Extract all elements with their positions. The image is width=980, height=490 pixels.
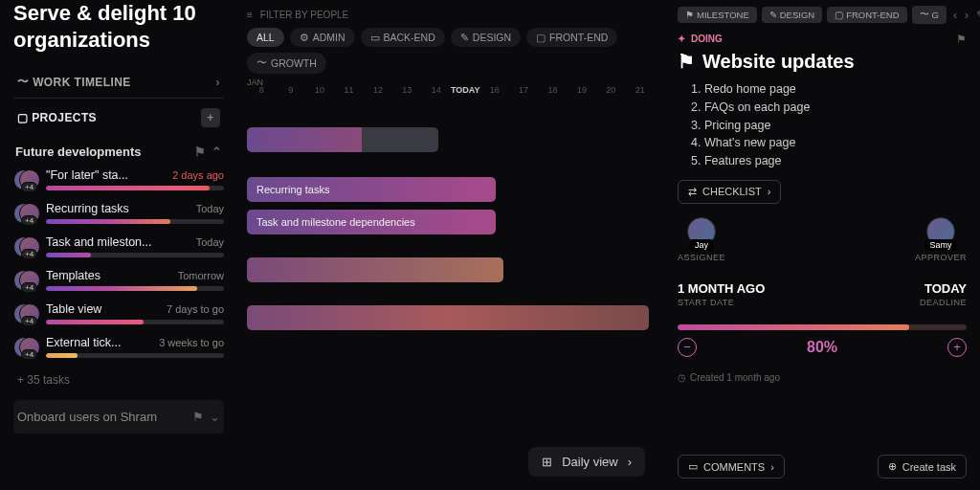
task-name: Templates [46,269,172,282]
list-item: What's new page [691,134,967,152]
detail-tags: ⚑MILESTONE ✎DESIGN ▢FRONT-END 〜G ‹ › ✎ ⋮ [678,6,967,24]
edit-icon[interactable]: ✎ [974,7,980,24]
task-item[interactable]: +4 "For later" sta...2 days ago [13,165,224,198]
pill-backend[interactable]: ▭BACK-END [361,28,445,47]
prev-button[interactable]: ‹ [951,7,959,24]
projects-header: ▢ PROJECTS + [13,99,224,137]
chevron-right-icon: › [216,76,220,89]
filter-icon: ≡ [247,10,253,20]
pill-all[interactable]: ALL [247,28,284,47]
task-item[interactable]: +4 Recurring tasksToday [13,198,224,232]
tag-milestone[interactable]: ⚑MILESTONE [678,7,757,23]
checklist-items: Redo home page FAQs on each page Pricing… [678,80,967,170]
person-role: APPROVER [915,253,967,262]
date-cell: 20 [596,85,625,95]
task-name: External tick... [46,336,153,349]
admin-icon: ⚙ [300,32,309,43]
gantt-bar[interactable]: Recurring tasks [247,177,496,202]
avatar-stack: +4 [13,337,38,358]
task-date: 7 days to go [167,303,224,315]
assignee[interactable]: Jay ASSIGNEE [678,217,725,262]
pill-design[interactable]: ✎DESIGN [451,28,521,47]
date-cell: 18 [538,85,567,95]
date-cell: 8 [247,85,276,95]
view-toggle[interactable]: ⊞ Daily view › [528,447,645,477]
gantt-bar[interactable]: Task and milestone dependencies [247,210,496,234]
projects-label: PROJECTS [32,111,97,124]
add-project-button[interactable]: + [201,108,220,127]
task-item[interactable]: +4 Task and mileston...Today [13,232,224,265]
detail-panel: ⚑MILESTONE ✎DESIGN ▢FRONT-END 〜G ‹ › ✎ ⋮… [664,0,980,490]
comments-button[interactable]: ▭COMMENTS› [678,455,785,479]
task-date: Tomorrow [178,270,224,281]
collapsed-project-group[interactable]: Onboard users on Shram ⚑⌄ [13,400,224,434]
gantt-bar[interactable] [247,305,649,330]
detail-footer: ▭COMMENTS› ⊕Create task [678,455,967,479]
chevron-up-icon[interactable]: ⌃ [212,145,222,159]
list-item: Redo home page [691,80,967,99]
task-item[interactable]: +4 External tick...3 weeks to go [13,332,224,366]
date-cell: 13 [392,85,421,95]
work-timeline-nav[interactable]: 〜 WORK TIMELINE › [13,66,224,99]
more-tasks-link[interactable]: + 35 tasks [13,366,224,394]
status-badge: ✦ DOING [678,33,723,44]
gantt-area: Recurring tasks Task and milestone depen… [247,104,655,430]
page-title: Serve & delight 10 organizations [13,0,224,53]
frontend-icon: ▢ [536,32,546,43]
comment-icon: ▭ [688,460,698,473]
date-cell: 12 [364,85,392,95]
avatar-stack: +4 [13,270,38,291]
date-cell: 21 [626,85,655,95]
avatar: Samy [926,217,955,246]
tag-design[interactable]: ✎DESIGN [762,7,822,23]
pill-admin[interactable]: ⚙ADMIN [290,28,355,47]
task-date: 3 weeks to go [159,337,224,348]
filter-label: FILTER BY PEOPLE [260,10,348,20]
folder-icon: ▢ [17,111,28,124]
task-date: Today [196,203,224,214]
date-cell-today: TODAY [451,85,480,95]
task-item[interactable]: +4 TemplatesTomorrow [13,265,224,299]
tag-nav: ‹ › ✎ ⋮ [951,7,980,24]
flag-button[interactable]: ⚑ [956,33,967,46]
task-name: Table view [46,302,161,316]
checklist-button[interactable]: ⇄CHECKLIST› [678,180,781,204]
date-cell: 14 [422,85,451,95]
list-item: Pricing page [691,117,967,135]
avatar-stack: +4 [13,203,38,224]
tag-frontend[interactable]: ▢FRONT-END [827,7,906,23]
create-task-button[interactable]: ⊕Create task [878,455,967,479]
approver[interactable]: Samy APPROVER [915,217,967,262]
person-role: ASSIGNEE [678,253,725,262]
list-item: Features page [691,152,967,170]
group-header[interactable]: Future developments ⚑ ⌃ [13,139,224,165]
task-name: Task and mileston... [46,235,190,249]
filter-pills: ALL ⚙ADMIN ▭BACK-END ✎DESIGN ▢FRONT-END … [247,28,655,74]
increase-button[interactable]: + [947,338,967,357]
clock-icon: ◷ [678,372,686,383]
sidebar: Serve & delight 10 organizations 〜 WORK … [0,0,237,490]
avatar-stack: +4 [13,169,38,190]
date-cell: 17 [509,85,538,95]
gantt-bar[interactable] [247,127,438,152]
task-item[interactable]: +4 Table view7 days to go [13,299,224,332]
design-icon: ✎ [460,32,469,43]
date-cell: 10 [305,85,334,95]
growth-icon: 〜 [256,56,267,70]
view-toggle-label: Daily view [562,455,618,469]
decrease-button[interactable]: − [678,338,697,357]
project-group: Future developments ⚑ ⌃ +4 "For later" s… [13,139,224,394]
avatar: Jay [687,217,716,246]
avatar-stack: +4 [13,303,38,324]
filter-row: ≡ FILTER BY PEOPLE [247,8,655,28]
pill-frontend[interactable]: ▢FRONT-END [526,28,617,47]
people-row: Jay ASSIGNEE Samy APPROVER [678,217,967,262]
pill-growth[interactable]: 〜GROWTH [247,53,326,74]
chevron-right-icon: › [768,186,771,197]
gantt-bar[interactable] [247,257,503,282]
next-button[interactable]: › [963,7,970,24]
progress-bar [678,324,967,330]
tag-growth[interactable]: 〜G [912,6,947,24]
flag-icon[interactable]: ⚑ [194,145,206,159]
avatar-stack: +4 [13,236,38,257]
